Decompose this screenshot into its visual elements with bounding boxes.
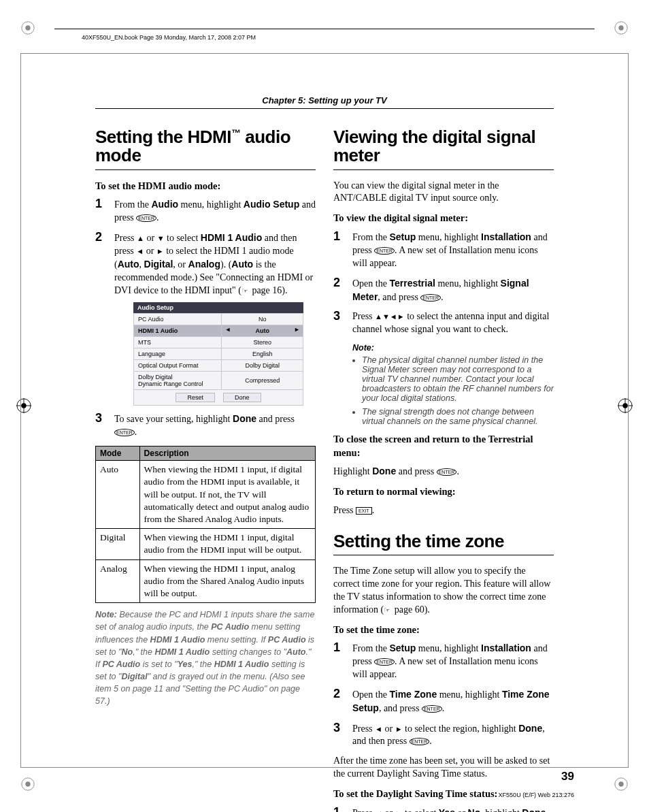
crop-mark-icon — [20, 777, 35, 792]
menu-row: Dolby Digital Dynamic Range ControlCompr… — [134, 372, 303, 390]
page-ref-icon: ☞ — [384, 605, 390, 615]
left-icon: ◄ — [375, 725, 382, 733]
right-icon: ► — [395, 725, 403, 733]
menu-row: Optical Output FormatDolby Digital — [134, 360, 303, 372]
menu-row: LanguageEnglish — [134, 348, 303, 360]
heading-signal-meter: Viewing the digital signal meter — [333, 128, 554, 165]
up-icon: ▲ — [375, 312, 382, 321]
menu-title: Audio Setup — [133, 302, 303, 313]
note-label: Note: — [352, 343, 554, 353]
enter-icon: ENTER — [114, 429, 135, 436]
exit-icon: EXIT — [356, 507, 372, 515]
crop-mark-icon — [614, 777, 629, 792]
left-icon: ◄ — [224, 327, 231, 333]
down-icon: ▼ — [157, 234, 165, 242]
menu-row: MTSStereo — [134, 337, 303, 348]
enter-icon: ENTER — [437, 468, 457, 476]
step-1: From the Setup menu, highlight Installat… — [333, 642, 554, 681]
heading-rule — [333, 555, 554, 555]
crop-mark-icon — [16, 398, 31, 413]
return-instruction: Press EXIT. — [333, 504, 554, 517]
note-pc-audio: Note: Because the PC and HDMI 1 inputs s… — [95, 608, 316, 707]
signal-intro: You can view the digital signal meter in… — [333, 180, 554, 206]
svg-point-7 — [618, 781, 623, 786]
right-icon: ► — [294, 327, 300, 333]
left-column: Setting the HDMI™ audio mode To set the … — [95, 128, 316, 812]
enter-icon: ENTER — [374, 658, 395, 666]
heading-hdmi-audio: Setting the HDMI™ audio mode — [95, 128, 316, 165]
up-icon: ▲ — [137, 234, 144, 242]
chapter-title: Chapter 5: Setting up your TV — [27, 95, 622, 105]
heading-time-zone: Setting the time zone — [333, 532, 554, 551]
tz-intro: The Time Zone setup will allow you to sp… — [333, 565, 554, 617]
subhead-view-signal: To view the digital signal meter: — [333, 212, 554, 225]
enter-icon: ENTER — [136, 214, 156, 222]
svg-point-11 — [21, 403, 26, 408]
crop-mark-icon — [614, 20, 629, 35]
right-column: Viewing the digital signal meter You can… — [333, 128, 554, 812]
step-3: Press ◄ or ► to select the region, highl… — [333, 722, 554, 749]
chapter-rule — [95, 108, 554, 109]
header-rule — [54, 29, 595, 29]
step-3: To save your setting, highlight Done and… — [95, 412, 316, 439]
close-instruction: Highlight Done and press ENTER. — [333, 465, 554, 478]
enter-icon: ENTER — [420, 294, 441, 302]
step-2: Open the Time Zone menu, highlight Time … — [333, 688, 554, 715]
svg-point-1 — [25, 25, 30, 30]
step-1: From the Setup menu, highlight Installat… — [333, 231, 554, 270]
step-1: Press ◄ or ► to select Yes or No, highli… — [333, 807, 554, 812]
left-icon: ◄ — [390, 312, 397, 321]
step-3: Press ▲▼◄► to select the antenna input a… — [333, 310, 554, 336]
left-icon: ◄ — [136, 247, 144, 255]
audio-setup-menu: Audio Setup PC AudioNo HDMI 1 Audio◄Auto… — [133, 302, 303, 406]
step-2: Open the Terrestrial menu, highlight Sig… — [333, 277, 554, 304]
subhead-return-normal: To return to normal viewing: — [333, 485, 554, 499]
tz-after: After the time zone has been set, you wi… — [333, 755, 554, 781]
heading-rule — [95, 169, 316, 170]
reset-button: Reset — [176, 393, 215, 402]
enter-icon: ENTER — [410, 738, 430, 745]
page-ref-icon: ☞ — [242, 286, 248, 296]
book-tag: 40XF550U_EN.book Page 39 Monday, March 1… — [82, 34, 256, 41]
menu-row: PC AudioNo — [134, 314, 303, 325]
subhead-close-screen: To close the screen and return to the Te… — [333, 433, 554, 459]
note-list: The physical digital channel number list… — [352, 355, 554, 426]
heading-rule — [333, 169, 554, 170]
done-button: Done — [223, 393, 261, 402]
subhead-set-tz: To set the time zone: — [333, 623, 554, 637]
right-icon: ► — [395, 809, 403, 812]
svg-point-3 — [618, 25, 623, 30]
page-number: 39 — [561, 770, 574, 783]
enter-icon: ENTER — [374, 247, 395, 255]
mode-table: ModeDescription AutoWhen viewing the HDM… — [95, 446, 316, 603]
crop-mark-icon — [20, 20, 35, 35]
svg-point-5 — [25, 781, 30, 786]
step-1: From the Audio menu, highlight Audio Set… — [95, 198, 316, 225]
menu-row-selected: HDMI 1 Audio◄Auto► — [134, 325, 303, 337]
svg-point-15 — [622, 403, 627, 408]
down-icon: ▼ — [382, 312, 390, 321]
enter-icon: ENTER — [422, 705, 442, 713]
crop-mark-icon — [618, 398, 633, 413]
footer-code: XF550U (E/F) Web 213:276 — [499, 792, 574, 798]
page: 40XF550U_EN.book Page 39 Monday, March 1… — [0, 0, 649, 812]
subhead-set-hdmi: To set the HDMI audio mode: — [95, 180, 316, 193]
right-icon: ► — [397, 312, 405, 321]
step-2: Press ▲ or ▼ to select HDMI 1 Audio and … — [95, 231, 316, 406]
left-icon: ◄ — [375, 809, 382, 812]
right-icon: ► — [156, 247, 164, 255]
